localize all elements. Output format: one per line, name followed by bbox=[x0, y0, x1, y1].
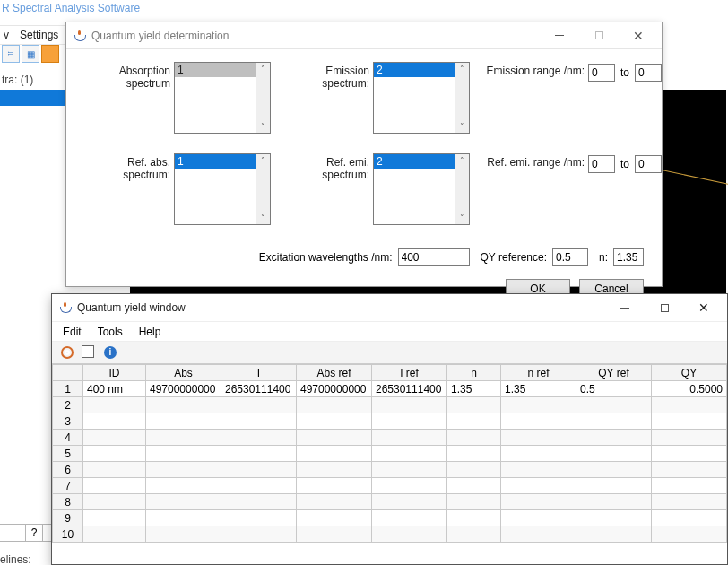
table-cell[interactable] bbox=[297, 397, 372, 413]
table-cell[interactable] bbox=[501, 397, 576, 413]
table-cell[interactable]: 26530111400 bbox=[221, 381, 297, 397]
table-cell[interactable] bbox=[297, 526, 372, 543]
row-header[interactable]: 9 bbox=[53, 510, 83, 526]
table-cell[interactable] bbox=[297, 413, 372, 430]
table-cell[interactable] bbox=[221, 494, 297, 510]
maximize-button[interactable] bbox=[645, 295, 684, 320]
table-cell[interactable] bbox=[576, 494, 652, 510]
lifebuoy-icon[interactable] bbox=[59, 344, 75, 361]
table-cell[interactable] bbox=[447, 510, 501, 526]
table-row[interactable]: 5 bbox=[53, 446, 727, 462]
col-header[interactable]: Abs ref bbox=[297, 365, 372, 381]
qy-table[interactable]: ID Abs I Abs ref I ref n n ref QY ref QY… bbox=[52, 364, 727, 543]
qy-ref-input[interactable] bbox=[552, 248, 588, 266]
table-cell[interactable] bbox=[221, 510, 297, 526]
row-header[interactable]: 6 bbox=[53, 462, 83, 478]
table-cell[interactable] bbox=[501, 446, 576, 462]
table-cell[interactable] bbox=[146, 430, 221, 446]
col-header[interactable]: I bbox=[221, 365, 297, 381]
abs-listbox[interactable]: 1 ˄˅ bbox=[174, 62, 271, 134]
help-button[interactable]: ? bbox=[25, 524, 43, 542]
table-cell[interactable] bbox=[652, 413, 727, 430]
table-cell[interactable] bbox=[501, 510, 576, 526]
table-cell[interactable]: 0.5000 bbox=[652, 381, 727, 397]
table-cell[interactable]: 1.35 bbox=[501, 381, 576, 397]
table-cell[interactable] bbox=[297, 430, 372, 446]
table-row[interactable]: 2 bbox=[53, 397, 727, 413]
table-cell[interactable] bbox=[501, 478, 576, 494]
col-header[interactable]: ID bbox=[83, 365, 146, 381]
table-cell[interactable] bbox=[576, 510, 652, 526]
minimize-button[interactable] bbox=[605, 295, 645, 320]
table-cell[interactable] bbox=[576, 462, 652, 478]
scrollbar[interactable]: ˄˅ bbox=[455, 154, 469, 224]
table-cell[interactable] bbox=[501, 462, 576, 478]
table-cell[interactable] bbox=[447, 446, 501, 462]
table-cell[interactable] bbox=[146, 510, 221, 526]
n-input[interactable] bbox=[613, 248, 644, 266]
toolbar-btn-3[interactable] bbox=[41, 45, 59, 63]
table-cell[interactable] bbox=[501, 413, 576, 430]
table-cell[interactable] bbox=[652, 430, 727, 446]
row-header[interactable]: 3 bbox=[53, 413, 83, 430]
table-cell[interactable] bbox=[146, 478, 221, 494]
table-cell[interactable] bbox=[297, 462, 372, 478]
table-row[interactable]: 8 bbox=[53, 494, 727, 510]
table-cell[interactable] bbox=[146, 413, 221, 430]
ref-emi-range-from-input[interactable] bbox=[588, 155, 615, 173]
table-cell[interactable]: 49700000000 bbox=[146, 381, 221, 397]
table-cell[interactable] bbox=[576, 430, 652, 446]
table-cell[interactable]: 26530111400 bbox=[372, 381, 447, 397]
table-cell[interactable] bbox=[83, 446, 146, 462]
table-cell[interactable] bbox=[447, 478, 501, 494]
table-cell[interactable]: 0.5 bbox=[576, 381, 652, 397]
table-cell[interactable]: 1.35 bbox=[447, 381, 501, 397]
toolbar-btn-2[interactable]: ▦ bbox=[22, 45, 39, 63]
row-header[interactable]: 4 bbox=[53, 430, 83, 446]
close-button[interactable]: ✕ bbox=[684, 295, 724, 320]
row-header[interactable]: 2 bbox=[53, 397, 83, 413]
table-cell[interactable] bbox=[221, 526, 297, 543]
table-cell[interactable] bbox=[447, 462, 501, 478]
table-cell[interactable] bbox=[652, 397, 727, 413]
scrollbar[interactable]: ˄˅ bbox=[256, 63, 270, 133]
menu-settings[interactable]: Settings bbox=[20, 29, 58, 41]
qyw-titlebar[interactable]: Quantum yield window ✕ bbox=[52, 294, 727, 321]
exc-wl-input[interactable] bbox=[398, 248, 470, 266]
table-cell[interactable] bbox=[501, 494, 576, 510]
table-cell[interactable] bbox=[372, 462, 447, 478]
copy-icon[interactable] bbox=[81, 344, 97, 361]
table-cell[interactable] bbox=[83, 510, 146, 526]
table-cell[interactable] bbox=[447, 494, 501, 510]
col-header[interactable]: QY bbox=[652, 365, 727, 381]
table-row[interactable]: 9 bbox=[53, 510, 727, 526]
row-header[interactable]: 10 bbox=[53, 526, 83, 543]
table-cell[interactable]: 49700000000 bbox=[297, 381, 372, 397]
col-header[interactable]: QY ref bbox=[576, 365, 652, 381]
table-cell[interactable] bbox=[372, 397, 447, 413]
scrollbar[interactable]: ˄˅ bbox=[455, 63, 469, 133]
table-cell[interactable] bbox=[221, 478, 297, 494]
table-cell[interactable] bbox=[372, 446, 447, 462]
ref-emi-listbox[interactable]: 2 ˄˅ bbox=[373, 153, 470, 225]
table-cell[interactable] bbox=[297, 494, 372, 510]
emi-listbox[interactable]: 2 ˄˅ bbox=[373, 62, 470, 134]
table-cell[interactable] bbox=[576, 446, 652, 462]
table-cell[interactable] bbox=[447, 397, 501, 413]
table-cell[interactable] bbox=[221, 430, 297, 446]
menu-tools[interactable]: Tools bbox=[98, 326, 123, 338]
table-cell[interactable] bbox=[372, 413, 447, 430]
table-cell[interactable] bbox=[83, 478, 146, 494]
table-row[interactable]: 4 bbox=[53, 430, 727, 446]
table-cell[interactable] bbox=[83, 494, 146, 510]
table-cell[interactable] bbox=[372, 526, 447, 543]
table-cell[interactable] bbox=[501, 526, 576, 543]
table-cell[interactable] bbox=[221, 413, 297, 430]
ref-abs-listbox[interactable]: 1 ˄˅ bbox=[174, 153, 271, 225]
table-cell[interactable] bbox=[83, 397, 146, 413]
table-cell[interactable] bbox=[221, 462, 297, 478]
col-header[interactable]: n bbox=[447, 365, 501, 381]
row-header[interactable]: 1 bbox=[53, 381, 83, 397]
table-cell[interactable] bbox=[221, 397, 297, 413]
table-cell[interactable]: 400 nm bbox=[83, 381, 146, 397]
